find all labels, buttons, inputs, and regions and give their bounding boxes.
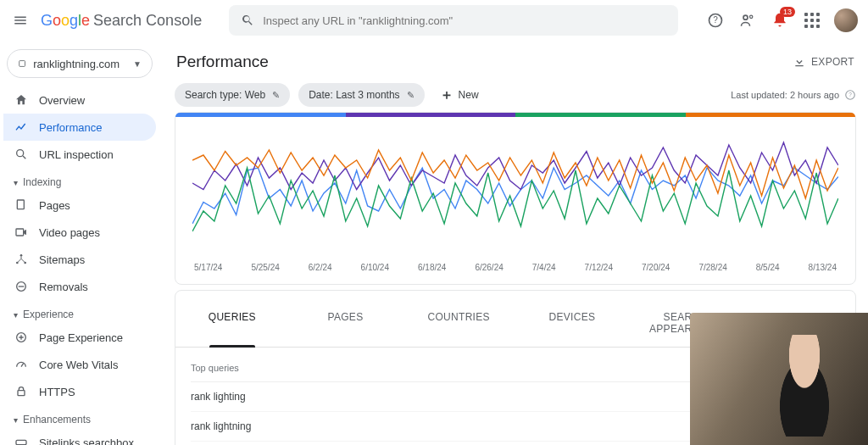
sitemap-icon	[14, 253, 29, 266]
nav-https[interactable]: HTTPS	[3, 378, 156, 405]
nav-page-experience[interactable]: Page Experience	[3, 324, 156, 351]
url-search-input[interactable]	[263, 14, 666, 27]
download-icon	[793, 55, 806, 69]
search-icon	[14, 147, 29, 161]
site-icon	[18, 58, 26, 70]
chevron-down-icon: ▼	[133, 59, 142, 69]
svg-point-5	[17, 150, 24, 157]
svg-rect-14	[16, 440, 26, 444]
svg-text:?: ?	[849, 92, 852, 97]
nav-label: URL inspection	[39, 148, 114, 161]
section-enhancements[interactable]: ▾Enhancements	[3, 405, 156, 429]
svg-point-2	[743, 15, 748, 19]
url-search[interactable]	[229, 5, 678, 36]
nav-label: Overview	[39, 94, 85, 107]
svg-point-3	[750, 15, 753, 18]
last-updated: Last updated: 2 hours ago ?	[731, 89, 856, 101]
tab-devices[interactable]: DEVICES	[515, 299, 629, 347]
search-icon	[241, 14, 254, 27]
trend-icon	[14, 120, 29, 134]
nav-sitelinks-searchbox[interactable]: Sitelinks searchbox	[3, 429, 156, 445]
svg-rect-13	[18, 391, 25, 396]
notifications-icon[interactable]: 13	[770, 10, 790, 31]
notif-badge: 13	[780, 7, 795, 17]
help-icon[interactable]: ?	[705, 10, 726, 31]
edit-icon: ✎	[272, 90, 280, 101]
export-button[interactable]: EXPORT	[793, 55, 854, 69]
metric-tabs[interactable]	[175, 113, 855, 117]
nav-performance[interactable]: Performance	[3, 114, 156, 141]
tab-queries[interactable]: QUERIES	[175, 299, 289, 347]
svg-point-8	[20, 254, 23, 257]
edit-icon: ✎	[407, 90, 415, 101]
property-selector[interactable]: ranklightning.com ▼	[7, 49, 153, 78]
video-icon	[14, 225, 29, 239]
section-experience[interactable]: ▾Experience	[3, 300, 156, 324]
plus-icon: ＋	[440, 86, 453, 104]
chart-card: 5/17/245/25/246/2/246/10/246/18/246/26/2…	[175, 112, 856, 285]
svg-rect-4	[19, 61, 25, 67]
nav-core-web-vitals[interactable]: Core Web Vitals	[3, 351, 156, 378]
remove-icon	[14, 280, 29, 293]
property-domain: ranklightning.com	[33, 58, 120, 70]
nav-overview[interactable]: Overview	[3, 86, 156, 114]
add-filter[interactable]: ＋New	[433, 86, 486, 104]
tab-pages[interactable]: PAGES	[289, 299, 403, 347]
info-icon[interactable]: ?	[844, 89, 856, 101]
page-title: Performance	[176, 53, 269, 71]
svg-text:?: ?	[713, 15, 718, 25]
webcam-overlay	[690, 313, 868, 445]
nav-sitemaps[interactable]: Sitemaps	[3, 246, 156, 273]
top-bar: Google Search Console ? 13	[0, 0, 868, 41]
home-icon	[14, 93, 29, 107]
nav-pages[interactable]: Pages	[3, 192, 156, 219]
product-logo: Google Search Console	[41, 12, 202, 30]
tab-countries[interactable]: COUNTRIES	[402, 299, 515, 347]
top-actions: ? 13	[705, 8, 858, 32]
filter-date[interactable]: Date: Last 3 months✎	[298, 83, 424, 107]
hamburger-icon[interactable]	[10, 10, 31, 31]
nav-url-inspection[interactable]: URL inspection	[3, 141, 156, 168]
svg-rect-6	[17, 200, 24, 209]
people-icon[interactable]	[737, 10, 758, 31]
nav-removals[interactable]: Removals	[3, 273, 156, 300]
account-avatar[interactable]	[834, 8, 858, 32]
lock-icon	[14, 385, 29, 398]
search-wrap	[212, 5, 695, 36]
performance-chart	[192, 132, 838, 259]
filter-search-type[interactable]: Search type: Web✎	[175, 83, 290, 107]
product-name: Search Console	[93, 12, 202, 30]
nav-video-pages[interactable]: Video pages	[3, 219, 156, 246]
apps-icon[interactable]	[802, 10, 822, 31]
sidebar: ranklightning.com ▼ Overview Performance…	[0, 41, 163, 445]
svg-rect-7	[16, 229, 24, 236]
speed-icon	[14, 358, 29, 371]
pages-icon	[14, 198, 29, 212]
nav-label: Performance	[39, 121, 102, 134]
plus-circle-icon	[14, 331, 29, 344]
section-indexing[interactable]: ▾Indexing	[3, 168, 156, 192]
searchbox-icon	[14, 436, 29, 445]
chart-x-axis: 5/17/245/25/246/2/246/10/246/18/246/26/2…	[192, 259, 838, 279]
